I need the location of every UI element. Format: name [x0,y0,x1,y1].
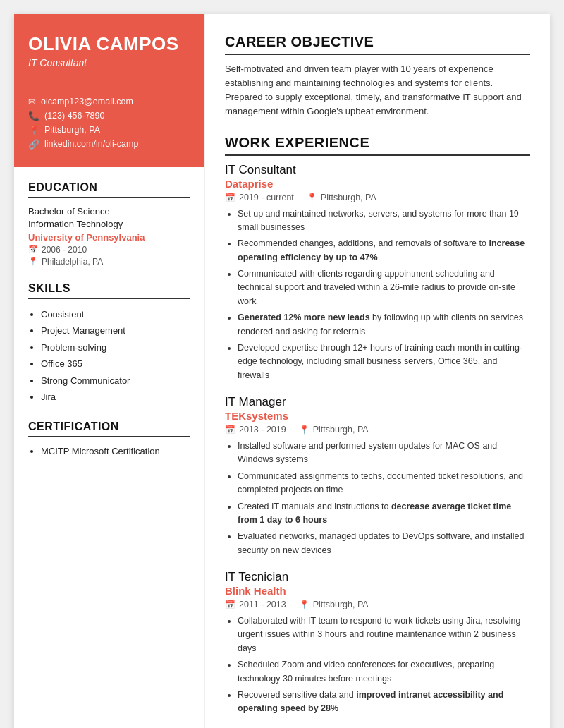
bullet-item: Installed software and performed system … [238,439,530,467]
contact-phone: 📞 (123) 456-7890 [28,111,190,121]
career-objective-section: CAREER OBJECTIVE Self-motivated and driv… [225,34,530,119]
email-icon: ✉ [28,97,36,107]
job-title: IT Consultant [225,163,530,177]
calendar-icon: 📅 [28,245,38,254]
job-location: 📍Pittsburgh, PA [307,193,376,202]
job-location-text: Pittsburgh, PA [313,600,369,609]
location-icon: 📍 [299,600,309,609]
location-icon: 📍 [28,125,39,135]
job-location-text: Pittsburgh, PA [321,193,376,202]
bullet-item: Communicated with clients regarding appo… [238,267,530,308]
bullet-item: Set up and maintained networks, servers,… [238,207,530,235]
bullet-item: Recommended changes, additions, and remo… [238,237,530,265]
location-value: Pittsburgh, PA [44,125,100,135]
calendar-icon: 📅 [225,600,235,609]
contact-linkedin: 🔗 linkedin.com/in/oli-camp [28,139,190,150]
main-content: CAREER OBJECTIVE Self-motivated and driv… [204,14,550,728]
linkedin-value: linkedin.com/in/oli-camp [44,139,138,149]
job-company: Dataprise [225,178,530,190]
bullet-item: Collaborated with IT team to respond to … [238,614,530,655]
job-bullets: Installed software and performed system … [225,439,530,557]
education-title: EDUCATION [28,181,190,198]
resume-container: OLIVIA CAMPOS IT Consultant ✉ olcamp123@… [14,14,550,728]
location-icon: 📍 [299,425,309,435]
job-years: 📅2019 - current [225,193,294,202]
edu-years: 📅 2006 - 2010 [28,245,190,255]
skill-item: Jira [41,389,190,405]
job-meta: 📅2013 - 2019📍Pittsburgh, PA [225,425,530,435]
edu-degree: Bachelor of Science Information Technolo… [28,205,190,231]
cert-item: MCITP Microsoft Certification [41,444,190,459]
bullet-item: Scheduled Zoom and video conferences for… [238,658,530,686]
certification-section: CERTIFICATION MCITP Microsoft Certificat… [28,420,190,459]
bullet-item: Communicated assignments to techs, docum… [238,470,530,497]
job-years-text: 2013 - 2019 [239,425,286,435]
skills-section: SKILLS ConsistentProject ManagementProbl… [28,282,190,405]
job-bullets: Set up and maintained networks, servers,… [225,207,530,383]
candidate-title: IT Consultant [28,57,190,68]
calendar-icon: 📅 [225,193,235,202]
edu-school: University of Pennsylvania [28,232,190,243]
job-location: 📍Pittsburgh, PA [299,600,369,609]
phone-value: (123) 456-7890 [44,111,104,121]
job-meta: 📅2011 - 2013📍Pittsburgh, PA [225,600,530,609]
phone-icon: 📞 [28,111,39,121]
job-meta: 📅2019 - current📍Pittsburgh, PA [225,193,530,202]
contact-email: ✉ olcamp123@email.com [28,97,190,107]
career-objective-title: CAREER OBJECTIVE [225,34,530,55]
certification-title: CERTIFICATION [28,420,190,437]
linkedin-icon: 🔗 [28,139,39,150]
jobs-container: IT ConsultantDataprise📅2019 - current📍Pi… [225,163,530,716]
edu-location-icon: 📍 [28,257,38,266]
job-location: 📍Pittsburgh, PA [299,425,369,435]
job-title: IT Tecnician [225,570,530,584]
job-company: TEKsystems [225,410,530,422]
sidebar-header: OLIVIA CAMPOS IT Consultant [14,14,204,85]
job-bullets: Collaborated with IT team to respond to … [225,614,530,716]
skill-item: Consistent [41,306,190,322]
sidebar-body: EDUCATION Bachelor of Science Informatio… [14,167,204,490]
skill-item: Project Management [41,322,190,339]
skills-list: ConsistentProject ManagementProblem-solv… [28,306,190,405]
edu-location: 📍 Philadelphia, PA [28,257,190,267]
bullet-item: Evaluated networks, managed updates to D… [238,530,530,557]
job-block: IT ManagerTEKsystems📅2013 - 2019📍Pittsbu… [225,395,530,557]
work-experience-section: WORK EXPERIENCE IT ConsultantDataprise📅2… [225,135,530,716]
job-block: IT ConsultantDataprise📅2019 - current📍Pi… [225,163,530,383]
skill-item: Problem-solving [41,339,190,356]
location-icon: 📍 [307,193,317,202]
education-section: EDUCATION Bachelor of Science Informatio… [28,181,190,267]
job-title: IT Manager [225,395,530,409]
sidebar: OLIVIA CAMPOS IT Consultant ✉ olcamp123@… [14,14,204,728]
job-years-text: 2011 - 2013 [239,600,286,609]
calendar-icon: 📅 [225,425,235,435]
bullet-item: Created IT manuals and instructions to d… [238,500,530,528]
contact-section: ✉ olcamp123@email.com 📞 (123) 456-7890 📍… [14,85,204,167]
job-block: IT TecnicianBlink Health📅2011 - 2013📍Pit… [225,570,530,716]
job-years: 📅2013 - 2019 [225,425,286,435]
job-company: Blink Health [225,585,530,597]
bullet-item: Generated 12% more new leads by followin… [238,311,530,339]
cert-list: MCITP Microsoft Certification [28,444,190,459]
skills-title: SKILLS [28,282,190,299]
bullet-item: Developed expertise through 12+ hours of… [238,341,530,382]
work-experience-title: WORK EXPERIENCE [225,135,530,156]
job-years: 📅2011 - 2013 [225,600,286,609]
email-value: olcamp123@email.com [41,97,133,107]
candidate-name: OLIVIA CAMPOS [28,34,190,54]
contact-location: 📍 Pittsburgh, PA [28,125,190,135]
bullet-item: Recovered sensitive data and improved in… [238,688,530,716]
career-objective-text: Self-motivated and driven team player wi… [225,62,530,119]
skill-item: Office 365 [41,356,190,372]
job-years-text: 2019 - current [239,193,294,202]
job-location-text: Pittsburgh, PA [313,425,369,435]
skill-item: Strong Communicator [41,372,190,389]
